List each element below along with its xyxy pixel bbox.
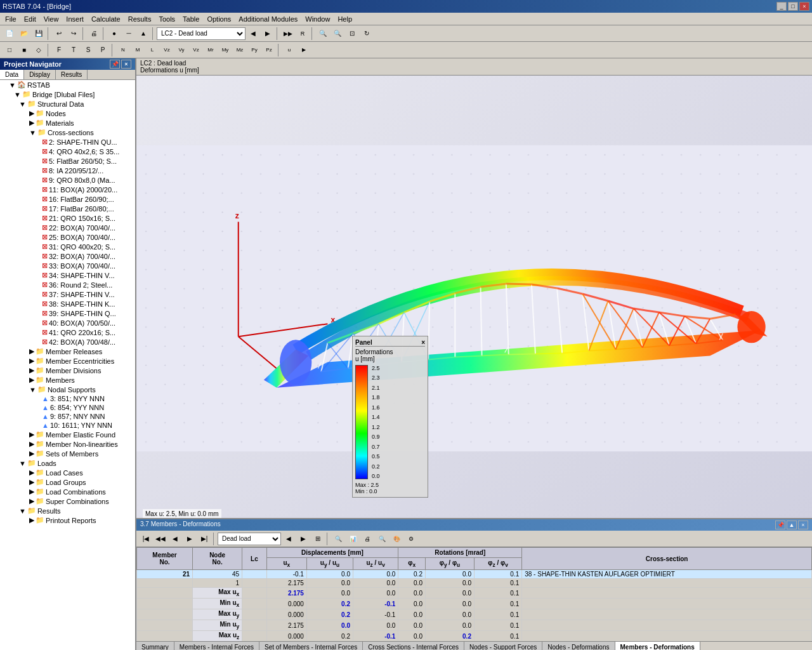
persp-btn[interactable]: P bbox=[96, 43, 110, 57]
table-pin-btn[interactable]: 📌 bbox=[775, 521, 785, 529]
tree-cs-41[interactable]: ⊠ 41: QRO 220x16; S... bbox=[0, 328, 135, 337]
tab-results[interactable]: Results bbox=[56, 70, 88, 79]
tab-data[interactable]: Data bbox=[0, 70, 24, 79]
lc-dropdown[interactable]: LC2 - Dead load bbox=[157, 27, 246, 40]
zoom-in-btn[interactable]: 🔍 bbox=[316, 27, 330, 41]
table-prev-btn[interactable]: |◀ bbox=[139, 532, 153, 546]
menu-insert[interactable]: Insert bbox=[62, 14, 88, 24]
table-scroll-container[interactable]: MemberNo. NodeNo. Lc Displacements [mm] … bbox=[136, 547, 812, 641]
menu-view[interactable]: View bbox=[40, 14, 63, 24]
tree-load-combinations[interactable]: ▶ 📁 Load Combinations bbox=[0, 487, 135, 496]
tree-printout-reports[interactable]: ▶ 📁 Printout Reports bbox=[0, 515, 135, 525]
support-btn[interactable]: ▲ bbox=[136, 27, 150, 41]
table-next-btn[interactable]: ▶ bbox=[183, 532, 197, 546]
minimize-btn[interactable]: _ bbox=[776, 2, 787, 11]
table-color-btn[interactable]: 🎨 bbox=[390, 532, 403, 546]
menu-calculate[interactable]: Calculate bbox=[88, 14, 124, 24]
open-btn[interactable]: 📂 bbox=[17, 27, 31, 41]
tree-project[interactable]: ▼ 📁 Bridge [Dlubal Files] bbox=[0, 90, 135, 99]
render-btn[interactable]: ■ bbox=[17, 43, 31, 57]
tree-results[interactable]: ▼ 📁 Results bbox=[0, 506, 135, 515]
show-vz-btn[interactable]: Vz bbox=[189, 43, 203, 57]
table-export-btn[interactable]: 📊 bbox=[346, 532, 360, 546]
fit-btn[interactable]: ⊡ bbox=[345, 27, 359, 41]
menu-file[interactable]: File bbox=[1, 14, 20, 24]
panel-close-btn[interactable]: × bbox=[421, 339, 425, 346]
tree-cs-16[interactable]: ⊠ 16: FlatBar 260/90;... bbox=[0, 194, 135, 204]
show-loads-btn[interactable]: L bbox=[145, 43, 159, 57]
tab-nodes-support[interactable]: Nodes - Support Forces bbox=[464, 642, 542, 650]
tree-sets-of-members[interactable]: ▶ 📁 Sets of Members bbox=[0, 449, 135, 458]
tab-cross-sections[interactable]: Cross Sections - Internal Forces bbox=[363, 642, 464, 650]
tree-cs-4[interactable]: ⊠ 4: QRO 40x2,6; S 35... bbox=[0, 147, 135, 156]
new-btn[interactable]: 📄 bbox=[3, 27, 16, 41]
table-row[interactable]: Max uy 0.000 0.2 -0.1 0.0 0.0 0.1 bbox=[137, 609, 812, 620]
show-nodes-btn[interactable]: N bbox=[116, 43, 130, 57]
table-filter-btn[interactable]: 🔍 bbox=[331, 532, 345, 546]
tree-member-eccentricities[interactable]: ▶ 📁 Member Eccentricities bbox=[0, 356, 135, 366]
show-mz-btn[interactable]: Mz bbox=[233, 43, 247, 57]
show-members-btn[interactable]: M bbox=[131, 43, 145, 57]
table-prev3-btn[interactable]: ◀ bbox=[168, 532, 182, 546]
viewport[interactable]: LC2 : Dead load Deformations u [mm] bbox=[136, 58, 812, 518]
tree-cs-38[interactable]: ⊠ 38: SHAPE-THIN K... bbox=[0, 299, 135, 308]
side-btn[interactable]: S bbox=[81, 43, 95, 57]
table-prev2-btn[interactable]: ◀◀ bbox=[154, 532, 167, 546]
calc-btn[interactable]: ▶▶ bbox=[281, 27, 295, 41]
tree-ns-6[interactable]: ▲ 6: 854; YYY NNN bbox=[0, 403, 135, 412]
tree-ns-9[interactable]: ▲ 9: 857; NNY NNN bbox=[0, 412, 135, 421]
top-btn[interactable]: T bbox=[67, 43, 81, 57]
table-next2-btn[interactable]: ▶| bbox=[197, 532, 211, 546]
tab-summary[interactable]: Summary bbox=[136, 642, 174, 650]
nav-close-btn[interactable]: × bbox=[121, 60, 131, 69]
member-btn[interactable]: ─ bbox=[122, 27, 136, 41]
table-expand-btn[interactable]: ▲ bbox=[787, 521, 797, 529]
redo-btn[interactable]: ↪ bbox=[67, 27, 81, 41]
table-lc-next-btn[interactable]: ▶ bbox=[296, 532, 310, 546]
node-btn[interactable]: ● bbox=[107, 27, 121, 41]
show-pv-btn[interactable]: Pz bbox=[262, 43, 276, 57]
table-row[interactable]: Max uz 0.000 0.2 -0.1 0.0 0.2 0.1 bbox=[137, 631, 812, 642]
tree-cs-5[interactable]: ⊠ 5: FlatBar 260/50; S... bbox=[0, 156, 135, 166]
table-row[interactable]: Max ux 2.175 0.0 0.0 0.0 0.0 0.1 bbox=[137, 588, 812, 599]
restore-btn[interactable]: □ bbox=[788, 2, 798, 11]
tree-cs-33[interactable]: ⊠ 33: BOX(A) 700/40/... bbox=[0, 261, 135, 270]
show-results-btn[interactable]: Vz bbox=[160, 43, 174, 57]
undo-btn[interactable]: ↩ bbox=[52, 27, 66, 41]
menu-additional-modules[interactable]: Additional Modules bbox=[235, 14, 301, 24]
tab-set-members[interactable]: Set of Members - Internal Forces bbox=[259, 642, 363, 650]
show-pu-btn[interactable]: Py bbox=[247, 43, 261, 57]
tree-cs-25[interactable]: ⊠ 25: BOX(A) 700/40/... bbox=[0, 232, 135, 242]
iso-btn[interactable]: ◇ bbox=[32, 43, 46, 57]
tree-cs-22[interactable]: ⊠ 22: BOX(A) 700/40/... bbox=[0, 223, 135, 232]
menu-table[interactable]: Table bbox=[179, 14, 203, 24]
menu-results[interactable]: Results bbox=[124, 14, 155, 24]
wireframe-btn[interactable]: □ bbox=[3, 43, 16, 57]
tree-cs-31[interactable]: ⊠ 31: QRO 400x20; S... bbox=[0, 242, 135, 251]
table-zoom-btn[interactable]: 🔍 bbox=[375, 532, 389, 546]
table-settings-btn[interactable]: ⚙ bbox=[404, 532, 418, 546]
tree-cs-37[interactable]: ⊠ 37: SHAPE-THIN V... bbox=[0, 289, 135, 299]
tree-cs-39[interactable]: ⊠ 39: SHAPE-THIN Q... bbox=[0, 308, 135, 318]
tree-cs-9[interactable]: ⊠ 9: QRO 80x8,0 (Ma... bbox=[0, 175, 135, 185]
tree-cs-2[interactable]: ⊠ 2: SHAPE-THIN QU... bbox=[0, 137, 135, 147]
table-lc-mark-btn[interactable]: ⊞ bbox=[311, 532, 325, 546]
show-my-btn[interactable]: My bbox=[218, 43, 232, 57]
tree-member-elastic-found[interactable]: ▶ 📁 Member Elastic Found bbox=[0, 430, 135, 439]
tab-nodes-deform[interactable]: Nodes - Deformations bbox=[542, 642, 615, 650]
show-mr-btn[interactable]: Mr bbox=[204, 43, 218, 57]
tab-members-deform[interactable]: Members - Deformations bbox=[615, 642, 700, 650]
tree-cs-11[interactable]: ⊠ 11: BOX(A) 2000/20... bbox=[0, 185, 135, 194]
show-vy-btn[interactable]: Vy bbox=[174, 43, 188, 57]
tab-display[interactable]: Display bbox=[24, 70, 56, 79]
tree-loads[interactable]: ▼ 📁 Loads bbox=[0, 458, 135, 468]
table-close-btn[interactable]: × bbox=[798, 521, 808, 529]
menu-help[interactable]: Help bbox=[334, 14, 356, 24]
window-controls[interactable]: _ □ × bbox=[776, 2, 809, 11]
results-btn[interactable]: R bbox=[296, 27, 310, 41]
tree-super-combinations[interactable]: ▶ 📁 Super Combinations bbox=[0, 496, 135, 506]
tree-member-releases[interactable]: ▶ 📁 Member Releases bbox=[0, 347, 135, 356]
save-btn[interactable]: 💾 bbox=[32, 27, 46, 41]
tree-cs-32[interactable]: ⊠ 32: BOX(A) 700/40/... bbox=[0, 251, 135, 261]
tree-nodes[interactable]: ▶ 📁 Nodes bbox=[0, 109, 135, 118]
